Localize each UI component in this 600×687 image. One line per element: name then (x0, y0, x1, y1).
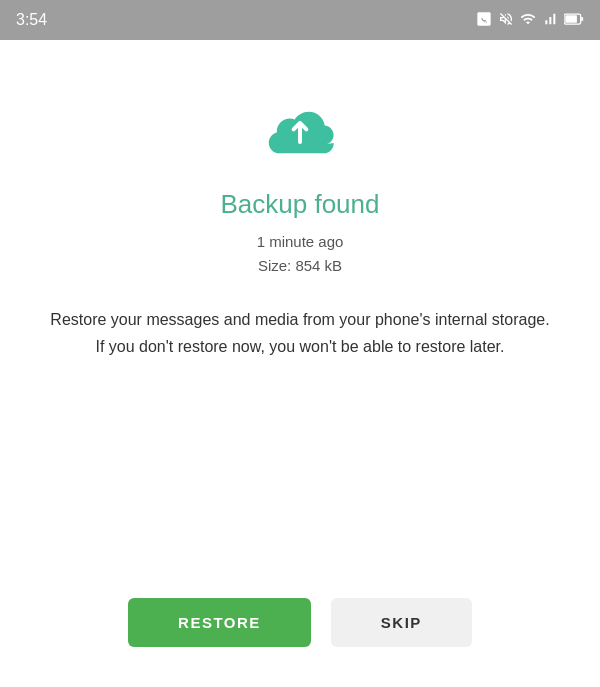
content-area: Backup found 1 minute ago Size: 854 kB R… (40, 100, 560, 360)
backup-title: Backup found (220, 189, 379, 220)
main-content: Backup found 1 minute ago Size: 854 kB R… (0, 40, 600, 687)
wifi-icon (520, 11, 536, 30)
cloud-upload-icon (260, 100, 340, 169)
nfc-icon (476, 11, 492, 30)
svg-rect-2 (581, 16, 583, 20)
signal-icon (542, 11, 558, 30)
restore-button[interactable]: RESTORE (128, 598, 311, 647)
skip-button[interactable]: SKIP (331, 598, 472, 647)
battery-icon (564, 12, 584, 29)
backup-size: Size: 854 kB (257, 254, 344, 278)
backup-time: 1 minute ago (257, 230, 344, 254)
description-text: Restore your messages and media from you… (40, 306, 560, 360)
status-icons (476, 11, 584, 30)
status-bar: 3:54 (0, 0, 600, 40)
status-time: 3:54 (16, 11, 47, 29)
svg-rect-1 (565, 15, 577, 23)
backup-details: 1 minute ago Size: 854 kB (257, 230, 344, 278)
buttons-area: RESTORE SKIP (40, 598, 560, 647)
mute-icon (498, 11, 514, 30)
